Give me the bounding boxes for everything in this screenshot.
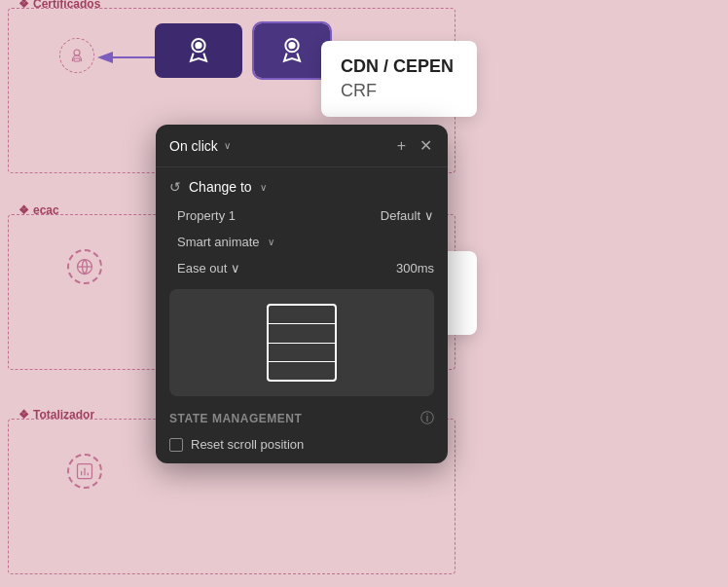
popup-title-chevron[interactable]: ∨ xyxy=(224,140,231,151)
ecac-label: ❖ ecac xyxy=(18,203,59,217)
add-button[interactable]: + xyxy=(395,135,408,157)
property-value-text: Default xyxy=(381,208,420,223)
preview-widget xyxy=(267,304,337,382)
ease-label-text: Ease out xyxy=(177,261,227,275)
popup-header: On click ∨ + ✕ xyxy=(156,125,448,167)
smart-animate-chevron[interactable]: ∨ xyxy=(268,237,274,247)
tooltip-card-certificados: CDN / CEPEN CRF xyxy=(321,41,477,117)
preview-row-4 xyxy=(269,362,335,380)
ease-duration[interactable]: 300ms xyxy=(396,261,434,275)
popup-header-right: + ✕ xyxy=(395,134,434,157)
ease-chevron: ∨ xyxy=(231,261,240,275)
state-management-row: State management ⓘ xyxy=(169,410,434,427)
tooltip-line2: CRF xyxy=(341,81,457,101)
ease-row: Ease out ∨ 300ms xyxy=(169,261,434,275)
badge-node-right[interactable] xyxy=(254,23,330,78)
change-to-chevron[interactable]: ∨ xyxy=(260,182,267,193)
diamond-icon-totalizador: ❖ xyxy=(18,408,29,422)
chart-icon xyxy=(75,461,94,481)
diamond-icon-ecac: ❖ xyxy=(18,203,29,217)
award-icon-left xyxy=(183,35,214,66)
certificados-label: ❖ Certificados xyxy=(18,0,100,11)
totalizador-node xyxy=(67,454,102,489)
preview-row-2 xyxy=(269,324,335,343)
popup-body: ↺ Change to ∨ Property 1 Default ∨ Smart… xyxy=(156,167,448,463)
info-icon[interactable]: ⓘ xyxy=(420,410,434,427)
diamond-icon-certificados: ❖ xyxy=(18,0,29,11)
totalizador-label: ❖ Totalizador xyxy=(18,408,94,422)
smart-animate-label: Smart animate xyxy=(177,235,260,249)
svg-point-7 xyxy=(196,43,200,48)
popup-title: On click xyxy=(169,138,218,154)
property-name: Property 1 xyxy=(177,208,236,223)
reset-scroll-label: Reset scroll position xyxy=(191,437,304,452)
badge-node-left[interactable] xyxy=(155,23,242,78)
preview-row-1 xyxy=(269,306,335,324)
award-icon-right xyxy=(276,35,308,66)
refresh-icon: ↺ xyxy=(169,179,181,195)
ecac-node xyxy=(67,249,102,284)
state-management-label: State management xyxy=(169,412,302,425)
reset-scroll-checkbox[interactable] xyxy=(169,438,183,452)
property-row: Property 1 Default ∨ xyxy=(169,208,434,223)
ease-dropdown[interactable]: Ease out ∨ xyxy=(177,261,240,275)
preview-row-3 xyxy=(269,344,335,362)
left-ghost-node xyxy=(59,38,94,73)
svg-rect-1 xyxy=(74,58,80,61)
popup-header-left: On click ∨ xyxy=(169,138,231,154)
globe-icon xyxy=(75,257,94,276)
tooltip-line1: CDN / CEPEN xyxy=(341,56,457,77)
svg-point-0 xyxy=(74,50,80,55)
svg-point-9 xyxy=(289,43,294,48)
change-to-label: Change to xyxy=(189,179,252,195)
smart-animate-row: Smart animate ∨ xyxy=(169,235,434,249)
close-button[interactable]: ✕ xyxy=(418,134,434,157)
preview-box xyxy=(169,289,434,396)
property-value-btn[interactable]: Default ∨ xyxy=(381,208,434,223)
reset-scroll-row: Reset scroll position xyxy=(169,437,434,452)
popup-panel: On click ∨ + ✕ ↺ Change to ∨ Property 1 … xyxy=(156,125,448,463)
change-to-row: ↺ Change to ∨ xyxy=(169,179,434,195)
property-value-chevron: ∨ xyxy=(424,208,434,223)
